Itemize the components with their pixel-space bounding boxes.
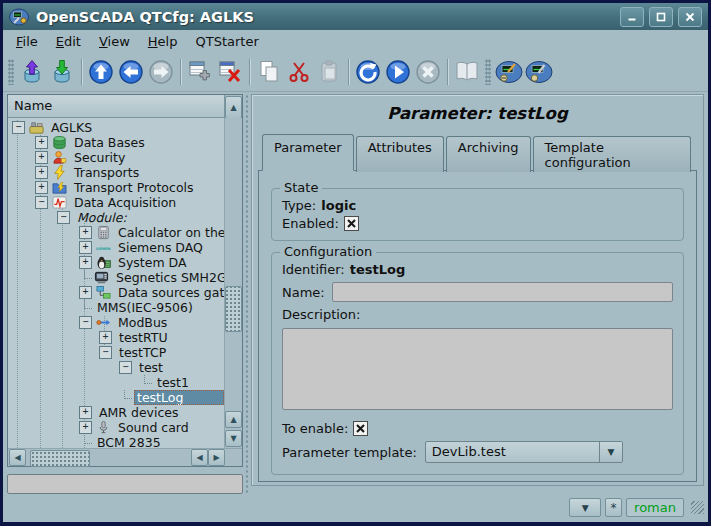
tab-attributes[interactable]: Attributes	[356, 136, 444, 172]
load-from-db-button[interactable]	[17, 57, 47, 87]
expand-icon[interactable]: +	[79, 421, 92, 434]
expand-icon[interactable]: +	[79, 241, 92, 254]
collapse-icon[interactable]: −	[12, 121, 25, 134]
load-from-db-icon	[19, 59, 45, 85]
close-button[interactable]	[678, 7, 702, 27]
tab-parameter[interactable]: Parameter	[262, 134, 354, 171]
save-to-db-button[interactable]	[47, 57, 77, 87]
tree-item-test1[interactable]: test1	[8, 375, 224, 390]
manual-button[interactable]	[452, 57, 482, 87]
hscroll-left-button-right[interactable]: ◀	[191, 449, 208, 466]
expand-icon[interactable]: +	[79, 226, 92, 239]
tree-item-segnetics[interactable]: Segnetics SMH2G	[8, 270, 224, 285]
tree-item-amr-devices[interactable]: + AMR devices	[8, 405, 224, 420]
hscroll-handle[interactable]	[30, 450, 90, 467]
tree-item-bcm-2835[interactable]: BCM 2835	[8, 435, 224, 448]
current-user-badge[interactable]: roman	[626, 498, 684, 517]
go-up-button[interactable]	[86, 57, 116, 87]
tree-item-security[interactable]: + Security	[8, 150, 224, 165]
description-textarea[interactable]	[282, 328, 673, 410]
enabled-checkbox[interactable]	[344, 216, 359, 231]
hscroll-trough[interactable]	[27, 450, 190, 465]
vscroll-up-button-bottom[interactable]: ▲	[225, 411, 242, 428]
tab-archiving[interactable]: Archiving	[446, 136, 531, 172]
expand-icon[interactable]: +	[79, 286, 92, 299]
collapse-icon[interactable]: −	[35, 196, 48, 209]
refresh-button[interactable]	[353, 57, 383, 87]
collapse-icon[interactable]: −	[119, 361, 132, 374]
vscroll-trough[interactable]	[225, 118, 242, 410]
panel-splitter[interactable]	[243, 94, 251, 494]
security-icon	[52, 150, 67, 165]
start-updating-button[interactable]	[383, 57, 413, 87]
tree-item-aglks[interactable]: − AGLKS	[8, 120, 224, 135]
tree-item-transport-protocols[interactable]: + Transport Protocols	[8, 180, 224, 195]
menu-qtstarter[interactable]: QTStarter	[186, 32, 267, 51]
tree-item-calculator[interactable]: + Calculator on the	[8, 225, 224, 240]
paste-item-button[interactable]	[314, 57, 344, 87]
tree-item-sound-card[interactable]: + Sound card	[8, 420, 224, 435]
expand-icon[interactable]: +	[79, 406, 92, 419]
tree-status-input[interactable]	[7, 474, 243, 494]
configuration-group: Configuration Identifier: testLog Name: …	[271, 252, 684, 475]
maximize-icon	[656, 12, 666, 22]
expand-icon[interactable]: +	[79, 256, 92, 269]
expand-icon[interactable]: +	[35, 166, 48, 179]
book-icon	[454, 59, 480, 85]
tree-item-data-sources-gate[interactable]: + Data sources gate	[8, 285, 224, 300]
qtstarter-ui-config-button[interactable]	[524, 57, 554, 87]
tree-item-data-bases[interactable]: + Data Bases	[8, 135, 224, 150]
menu-view[interactable]: View	[90, 32, 139, 51]
tree-item-test[interactable]: − test	[8, 360, 224, 375]
to-enable-checkbox[interactable]	[353, 421, 368, 436]
menu-edit[interactable]: Edit	[47, 32, 90, 51]
go-forward-button[interactable]	[146, 57, 176, 87]
tree-item-testtcp[interactable]: − testTCP	[8, 345, 224, 360]
stop-updating-button[interactable]	[413, 57, 443, 87]
delete-item-button[interactable]	[215, 57, 245, 87]
tree-column-header[interactable]: Name	[8, 95, 225, 118]
tree-item-data-acquisition[interactable]: − Data Acquisition	[8, 195, 224, 210]
toolbar	[3, 53, 708, 92]
menu-help[interactable]: Help	[139, 32, 187, 51]
tree-item-modbus[interactable]: − ModBus	[8, 315, 224, 330]
tree-item-siemens-daq[interactable]: + SIEMENS Siemens DAQ	[8, 240, 224, 255]
vscroll-up-button[interactable]: ▲	[225, 96, 242, 119]
vscroll-handle[interactable]	[225, 286, 242, 332]
add-item-button[interactable]	[185, 57, 215, 87]
tree-item-transports[interactable]: + Transports	[8, 165, 224, 180]
tree-item-module-group[interactable]: − Module:	[8, 210, 224, 225]
tree-item-mms[interactable]: MMS(IEC-9506)	[8, 300, 224, 315]
parameter-template-combobox[interactable]: DevLib.test ▼	[425, 441, 623, 463]
menu-file[interactable]: File	[7, 32, 47, 51]
tab-template-configuration[interactable]: Template configuration	[533, 136, 691, 172]
copy-item-button[interactable]	[254, 57, 284, 87]
tree-item-testrtu[interactable]: + testRTU	[8, 330, 224, 345]
expand-icon[interactable]: +	[35, 136, 48, 149]
tree-elbow	[79, 435, 92, 448]
combo-dropdown-button[interactable]: ▼	[599, 442, 622, 462]
toolbar-drag-handle[interactable]	[485, 59, 491, 85]
collapse-icon[interactable]: −	[79, 316, 92, 329]
status-dropdown-button[interactable]: ▼	[569, 498, 601, 517]
collapse-icon[interactable]: −	[99, 346, 112, 359]
name-input[interactable]	[332, 282, 673, 302]
go-back-button[interactable]	[116, 57, 146, 87]
hscroll-right-button[interactable]: ▶	[208, 449, 225, 466]
tree-item-system-da[interactable]: + System DA	[8, 255, 224, 270]
minimize-button[interactable]	[620, 7, 644, 27]
tree-item-testlog-selected[interactable]: testLog	[8, 390, 224, 405]
window-resize-grip[interactable]	[691, 501, 704, 514]
toolbar-drag-handle[interactable]	[8, 59, 14, 85]
maximize-button[interactable]	[649, 7, 673, 27]
cut-item-button[interactable]	[284, 57, 314, 87]
vscroll-down-button[interactable]: ▼	[225, 430, 242, 447]
expand-icon[interactable]: +	[35, 151, 48, 164]
expand-icon[interactable]: +	[35, 181, 48, 194]
type-label: Type:	[282, 198, 316, 213]
qtstarter-ui-vision-button[interactable]	[494, 57, 524, 87]
collapse-icon[interactable]: −	[57, 211, 70, 224]
changes-indicator-button[interactable]: *	[605, 498, 622, 517]
expand-icon[interactable]: +	[99, 331, 112, 344]
hscroll-left-button[interactable]: ◀	[9, 449, 26, 466]
